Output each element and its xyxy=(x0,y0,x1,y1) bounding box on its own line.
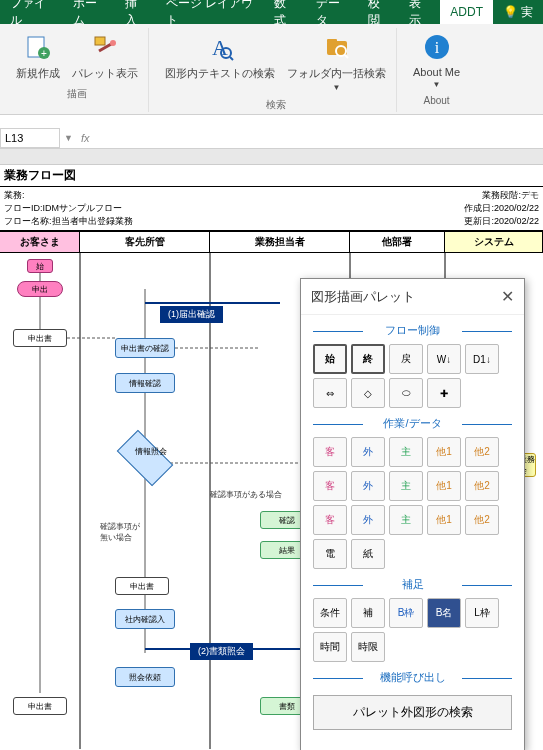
pal-supp[interactable]: 補 xyxy=(351,598,385,628)
pal-din[interactable]: D1↓ xyxy=(465,344,499,374)
swimlane-headers: お客さま 客先所管 業務担当者 他部署 システム xyxy=(0,230,543,253)
node-match[interactable]: 情報照会 xyxy=(120,443,170,473)
lane-other: 他部署 xyxy=(350,232,444,253)
lane-customer: お客さま xyxy=(0,232,79,253)
node-doc1[interactable]: 申出書 xyxy=(13,329,67,347)
ribbon-tabs: ファイル ホーム 挿入 ページ レイアウト 数式 データ 校閲 表示 ADDT … xyxy=(0,0,543,24)
meta-stage: 業務段階:デモ xyxy=(464,189,539,202)
node-doc3[interactable]: 申出書 xyxy=(13,697,67,715)
node-inhouse[interactable]: 社内確認入 xyxy=(115,609,175,629)
pal-bname[interactable]: B名 xyxy=(427,598,461,628)
lane-system: システム xyxy=(445,232,542,253)
node-apply[interactable]: 申出 xyxy=(17,281,63,297)
meta-biz: 業務: xyxy=(4,189,133,202)
group-search-label: 検索 xyxy=(266,98,286,112)
svg-rect-3 xyxy=(95,37,105,45)
meta-flowname: フロー名称:担当者申出登録業務 xyxy=(4,215,133,228)
pal-cond[interactable]: 条件 xyxy=(313,598,347,628)
dropdown-icon: ▼ xyxy=(433,80,441,89)
lane-operator: 業務担当者 xyxy=(210,232,349,253)
name-box[interactable] xyxy=(0,128,60,148)
fx-icon[interactable]: fx xyxy=(81,132,90,144)
close-icon[interactable]: ✕ xyxy=(501,287,514,306)
meta-created: 作成日:2020/02/22 xyxy=(464,202,539,215)
pal-arrow-icon[interactable]: ⇔ xyxy=(313,378,347,408)
lane-dept: 客先所管 xyxy=(80,232,209,253)
meta-flowid: フローID:IDMサンプルフロー xyxy=(4,202,133,215)
pal-main1[interactable]: 主 xyxy=(389,437,423,467)
pal-o2a[interactable]: 他2 xyxy=(465,437,499,467)
foldersearch-button[interactable]: フォルダ内一括検索▼ xyxy=(285,28,388,94)
info-icon: i xyxy=(420,30,454,64)
tab-tellme[interactable]: 💡実 xyxy=(493,0,543,24)
dropdown-icon: ▼ xyxy=(333,83,341,92)
pal-oval-icon[interactable]: ⬭ xyxy=(389,378,423,408)
formula-input[interactable] xyxy=(93,128,543,148)
new-button[interactable]: + 新規作成 xyxy=(14,28,62,83)
pal-end[interactable]: 終 xyxy=(351,344,385,374)
pal-ext1[interactable]: 外 xyxy=(351,437,385,467)
palette-title: 図形描画パレット xyxy=(311,288,415,306)
pal-cust3[interactable]: 客 xyxy=(313,505,347,535)
pal-back[interactable]: 戻 xyxy=(389,344,423,374)
pal-ext2[interactable]: 外 xyxy=(351,471,385,501)
node-verify[interactable]: 情報確認 xyxy=(115,373,175,393)
svg-text:i: i xyxy=(434,39,439,56)
tab-insert[interactable]: 挿入 xyxy=(115,0,156,24)
bulb-icon: 💡 xyxy=(503,5,518,19)
tab-home[interactable]: ホーム xyxy=(63,0,115,24)
textsearch-button[interactable]: A 図形内テキストの検索 xyxy=(163,28,277,94)
pal-time[interactable]: 時間 xyxy=(313,632,347,662)
pal-diamond-icon[interactable]: ◇ xyxy=(351,378,385,408)
section-work: 作業/データ xyxy=(313,416,512,431)
svg-text:+: + xyxy=(41,48,47,59)
pal-tel[interactable]: 電 xyxy=(313,539,347,569)
pal-paper[interactable]: 紙 xyxy=(351,539,385,569)
tab-formula[interactable]: 数式 xyxy=(264,0,305,24)
pal-o1b[interactable]: 他1 xyxy=(427,471,461,501)
pal-o2b[interactable]: 他2 xyxy=(465,471,499,501)
svg-line-11 xyxy=(345,55,348,58)
banner-step1: (1)届出確認 xyxy=(160,306,223,323)
tab-file[interactable]: ファイル xyxy=(0,0,63,24)
column-headers xyxy=(0,149,543,165)
node-start[interactable]: 始 xyxy=(27,259,53,273)
pal-main3[interactable]: 主 xyxy=(389,505,423,535)
group-draw-label: 描画 xyxy=(67,87,87,101)
pal-start[interactable]: 始 xyxy=(313,344,347,374)
pal-o1a[interactable]: 他1 xyxy=(427,437,461,467)
pal-limit[interactable]: 時限 xyxy=(351,632,385,662)
pal-o1c[interactable]: 他1 xyxy=(427,505,461,535)
banner-step2: (2)書類照会 xyxy=(190,643,253,660)
section-flow: フロー制御 xyxy=(313,323,512,338)
group-about-label: About xyxy=(423,95,449,106)
svg-point-4 xyxy=(110,40,116,46)
pal-cust2[interactable]: 客 xyxy=(313,471,347,501)
svg-line-7 xyxy=(230,57,233,60)
pal-main2[interactable]: 主 xyxy=(389,471,423,501)
palette-search-button[interactable]: パレット外図形の検索 xyxy=(313,695,512,730)
tab-data[interactable]: データ xyxy=(306,0,358,24)
foldersearch-icon xyxy=(320,30,354,64)
tab-review[interactable]: 校閲 xyxy=(358,0,399,24)
pal-plus-icon[interactable]: ✚ xyxy=(427,378,461,408)
pal-lframe[interactable]: L枠 xyxy=(465,598,499,628)
tab-view[interactable]: 表示 xyxy=(399,0,440,24)
formula-bar: ▼ fx xyxy=(0,127,543,149)
pal-win[interactable]: W↓ xyxy=(427,344,461,374)
meta-updated: 更新日:2020/02/22 xyxy=(464,215,539,228)
new-icon: + xyxy=(21,30,55,64)
pal-cust1[interactable]: 客 xyxy=(313,437,347,467)
tab-layout[interactable]: ページ レイアウト xyxy=(156,0,264,24)
node-confirm[interactable]: 申出書の確認 xyxy=(115,338,175,358)
namebox-dropdown-icon[interactable]: ▼ xyxy=(60,133,77,143)
palette-button[interactable]: パレット表示 xyxy=(70,28,140,83)
node-doc2[interactable]: 申出書 xyxy=(115,577,169,595)
pal-ext3[interactable]: 外 xyxy=(351,505,385,535)
pal-o2c[interactable]: 他2 xyxy=(465,505,499,535)
node-hist[interactable]: 照会依頼 xyxy=(115,667,175,687)
section-func: 機能呼び出し xyxy=(313,670,512,685)
tab-addt[interactable]: ADDT xyxy=(440,0,493,24)
aboutme-button[interactable]: i About Me▼ xyxy=(411,28,462,91)
pal-bframe[interactable]: B枠 xyxy=(389,598,423,628)
